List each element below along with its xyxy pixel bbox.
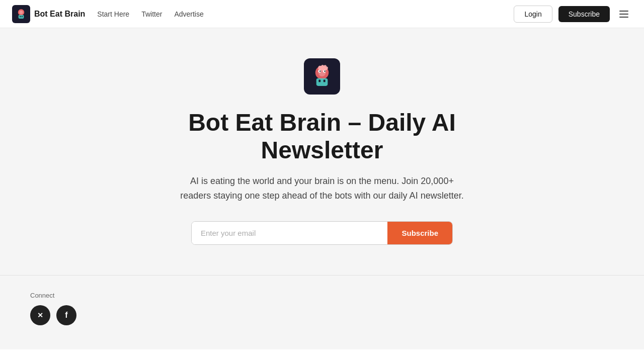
subscribe-button[interactable]: Subscribe xyxy=(387,222,452,244)
svg-rect-13 xyxy=(316,78,328,86)
menu-line-1 xyxy=(619,11,628,12)
hero-section: Bot Eat Brain – Daily AI Newsletter AI i… xyxy=(0,28,644,276)
hero-title: Bot Eat Brain – Daily AI Newsletter xyxy=(146,109,498,164)
login-button[interactable]: Login xyxy=(514,6,552,23)
svg-point-2 xyxy=(19,10,23,14)
svg-rect-15 xyxy=(324,80,326,82)
nav-right: Login Subscribe xyxy=(514,6,632,23)
social-icons: ✕ f xyxy=(30,305,614,325)
hero-subtitle: AI is eating the world and your brain is… xyxy=(176,174,468,203)
nav-logo[interactable] xyxy=(12,5,30,23)
archive-section: Archive xyxy=(0,349,644,362)
navbar: Bot Eat Brain Start Here Twitter Adverti… xyxy=(0,0,644,28)
nav-brand-text: Bot Eat Brain xyxy=(34,10,85,19)
connect-section: Connect ✕ f xyxy=(0,276,644,349)
nav-links: Start Here Twitter Advertise xyxy=(97,10,203,18)
email-input[interactable] xyxy=(192,222,387,244)
nav-left: Bot Eat Brain Start Here Twitter Adverti… xyxy=(12,5,514,23)
svg-rect-4 xyxy=(20,16,21,17)
facebook-symbol: f xyxy=(65,311,67,320)
hamburger-menu-button[interactable] xyxy=(616,6,632,22)
subscribe-form: Subscribe xyxy=(191,221,453,245)
menu-line-3 xyxy=(619,17,628,18)
svg-point-11 xyxy=(319,70,321,72)
svg-point-12 xyxy=(324,70,326,72)
nav-subscribe-button[interactable]: Subscribe xyxy=(558,6,610,22)
svg-rect-14 xyxy=(318,80,320,82)
nav-link-advertise[interactable]: Advertise xyxy=(174,10,203,18)
menu-line-2 xyxy=(619,14,628,15)
twitter-x-icon[interactable]: ✕ xyxy=(30,305,50,325)
svg-rect-3 xyxy=(19,15,24,18)
svg-rect-5 xyxy=(22,16,23,17)
nav-link-start-here[interactable]: Start Here xyxy=(97,10,129,18)
nav-link-twitter[interactable]: Twitter xyxy=(141,10,162,18)
hero-logo xyxy=(304,58,340,95)
facebook-icon[interactable]: f xyxy=(56,305,76,325)
twitter-x-symbol: ✕ xyxy=(37,311,43,319)
connect-label: Connect xyxy=(30,292,614,299)
